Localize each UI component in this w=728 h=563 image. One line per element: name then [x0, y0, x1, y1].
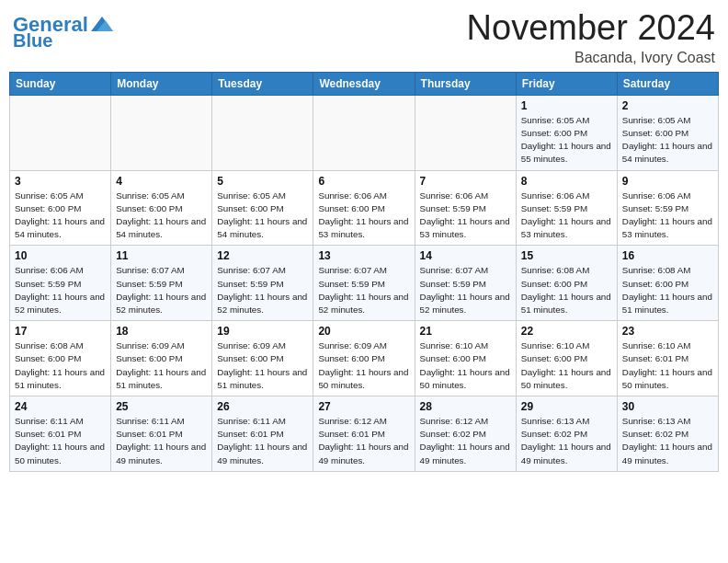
day-cell: 23Sunrise: 6:10 AM Sunset: 6:01 PM Dayli… — [617, 321, 718, 396]
day-cell: 25Sunrise: 6:11 AM Sunset: 6:01 PM Dayli… — [111, 396, 212, 472]
day-info: Sunrise: 6:08 AM Sunset: 6:00 PM Dayligh… — [521, 264, 612, 316]
day-number: 9 — [622, 175, 713, 188]
day-number: 21 — [420, 325, 511, 338]
day-number: 12 — [217, 249, 308, 262]
day-number: 11 — [116, 249, 207, 262]
day-info: Sunrise: 6:10 AM Sunset: 6:00 PM Dayligh… — [521, 339, 612, 392]
col-header-saturday: Saturday — [617, 72, 718, 95]
day-info: Sunrise: 6:05 AM Sunset: 6:00 PM Dayligh… — [217, 190, 308, 242]
day-info: Sunrise: 6:07 AM Sunset: 5:59 PM Dayligh… — [420, 264, 511, 316]
day-cell: 26Sunrise: 6:11 AM Sunset: 6:01 PM Dayli… — [212, 396, 313, 472]
day-number: 30 — [622, 400, 713, 413]
day-cell: 3Sunrise: 6:05 AM Sunset: 6:00 PM Daylig… — [10, 170, 111, 246]
day-number: 27 — [318, 400, 409, 413]
page-header: General Blue November 2024 Bacanda, Ivor… — [9, 9, 719, 66]
day-info: Sunrise: 6:06 AM Sunset: 5:59 PM Dayligh… — [622, 190, 713, 242]
day-cell: 20Sunrise: 6:09 AM Sunset: 6:00 PM Dayli… — [313, 321, 415, 396]
day-cell: 15Sunrise: 6:08 AM Sunset: 6:00 PM Dayli… — [516, 246, 617, 321]
day-number: 26 — [217, 400, 308, 413]
day-cell: 12Sunrise: 6:07 AM Sunset: 5:59 PM Dayli… — [212, 246, 313, 321]
day-cell: 21Sunrise: 6:10 AM Sunset: 6:00 PM Dayli… — [415, 321, 516, 396]
day-number: 23 — [622, 325, 713, 338]
week-row-5: 24Sunrise: 6:11 AM Sunset: 6:01 PM Dayli… — [10, 396, 719, 472]
day-cell: 29Sunrise: 6:13 AM Sunset: 6:02 PM Dayli… — [516, 396, 617, 472]
day-cell: 22Sunrise: 6:10 AM Sunset: 6:00 PM Dayli… — [516, 321, 617, 396]
day-cell: 4Sunrise: 6:05 AM Sunset: 6:00 PM Daylig… — [111, 170, 212, 246]
header-row: SundayMondayTuesdayWednesdayThursdayFrid… — [10, 72, 719, 95]
day-number: 7 — [420, 175, 511, 188]
day-cell: 17Sunrise: 6:08 AM Sunset: 6:00 PM Dayli… — [10, 321, 111, 396]
col-header-friday: Friday — [516, 72, 617, 95]
day-cell — [212, 95, 313, 170]
day-info: Sunrise: 6:06 AM Sunset: 5:59 PM Dayligh… — [521, 190, 612, 242]
day-cell: 11Sunrise: 6:07 AM Sunset: 5:59 PM Dayli… — [111, 246, 212, 321]
day-number: 14 — [420, 249, 511, 262]
calendar-table: SundayMondayTuesdayWednesdayThursdayFrid… — [9, 72, 719, 472]
day-info: Sunrise: 6:06 AM Sunset: 5:59 PM Dayligh… — [15, 264, 106, 316]
day-info: Sunrise: 6:07 AM Sunset: 5:59 PM Dayligh… — [318, 264, 409, 316]
day-number: 15 — [521, 249, 612, 262]
day-cell: 9Sunrise: 6:06 AM Sunset: 5:59 PM Daylig… — [617, 170, 718, 246]
day-info: Sunrise: 6:11 AM Sunset: 6:01 PM Dayligh… — [116, 415, 207, 467]
week-row-1: 1Sunrise: 6:05 AM Sunset: 6:00 PM Daylig… — [10, 95, 719, 170]
day-number: 17 — [15, 325, 106, 338]
day-cell: 6Sunrise: 6:06 AM Sunset: 6:00 PM Daylig… — [313, 170, 415, 246]
day-cell: 18Sunrise: 6:09 AM Sunset: 6:00 PM Dayli… — [111, 321, 212, 396]
col-header-thursday: Thursday — [415, 72, 516, 95]
col-header-tuesday: Tuesday — [212, 72, 313, 95]
day-info: Sunrise: 6:12 AM Sunset: 6:02 PM Dayligh… — [420, 415, 511, 467]
day-number: 8 — [521, 175, 612, 188]
day-info: Sunrise: 6:08 AM Sunset: 6:00 PM Dayligh… — [622, 264, 713, 316]
month-title: November 2024 — [467, 9, 715, 48]
day-number: 19 — [217, 325, 308, 338]
day-number: 25 — [116, 400, 207, 413]
day-number: 1 — [521, 99, 612, 112]
day-info: Sunrise: 6:11 AM Sunset: 6:01 PM Dayligh… — [217, 415, 308, 467]
day-cell — [111, 95, 212, 170]
day-info: Sunrise: 6:05 AM Sunset: 6:00 PM Dayligh… — [15, 190, 106, 242]
day-cell: 27Sunrise: 6:12 AM Sunset: 6:01 PM Dayli… — [313, 396, 415, 472]
day-cell — [313, 95, 415, 170]
day-number: 20 — [318, 325, 409, 338]
day-info: Sunrise: 6:07 AM Sunset: 5:59 PM Dayligh… — [217, 264, 308, 316]
day-number: 4 — [116, 175, 207, 188]
day-cell: 7Sunrise: 6:06 AM Sunset: 5:59 PM Daylig… — [415, 170, 516, 246]
day-cell: 19Sunrise: 6:09 AM Sunset: 6:00 PM Dayli… — [212, 321, 313, 396]
day-info: Sunrise: 6:10 AM Sunset: 6:00 PM Dayligh… — [420, 339, 511, 392]
day-cell: 13Sunrise: 6:07 AM Sunset: 5:59 PM Dayli… — [313, 246, 415, 321]
day-info: Sunrise: 6:09 AM Sunset: 6:00 PM Dayligh… — [116, 339, 207, 392]
day-info: Sunrise: 6:09 AM Sunset: 6:00 PM Dayligh… — [217, 339, 308, 392]
col-header-wednesday: Wednesday — [313, 72, 415, 95]
calendar-body: 1Sunrise: 6:05 AM Sunset: 6:00 PM Daylig… — [10, 95, 719, 471]
calendar-header: SundayMondayTuesdayWednesdayThursdayFrid… — [10, 72, 719, 95]
day-number: 16 — [622, 249, 713, 262]
day-number: 28 — [420, 400, 511, 413]
week-row-2: 3Sunrise: 6:05 AM Sunset: 6:00 PM Daylig… — [10, 170, 719, 246]
day-cell — [415, 95, 516, 170]
day-info: Sunrise: 6:05 AM Sunset: 6:00 PM Dayligh… — [521, 114, 612, 167]
col-header-sunday: Sunday — [10, 72, 111, 95]
day-info: Sunrise: 6:10 AM Sunset: 6:01 PM Dayligh… — [622, 339, 713, 392]
day-number: 3 — [15, 175, 106, 188]
day-cell: 24Sunrise: 6:11 AM Sunset: 6:01 PM Dayli… — [10, 396, 111, 472]
day-cell: 8Sunrise: 6:06 AM Sunset: 5:59 PM Daylig… — [516, 170, 617, 246]
day-number: 10 — [15, 249, 106, 262]
day-info: Sunrise: 6:05 AM Sunset: 6:00 PM Dayligh… — [116, 190, 207, 242]
day-info: Sunrise: 6:09 AM Sunset: 6:00 PM Dayligh… — [318, 339, 409, 392]
day-number: 6 — [318, 175, 409, 188]
logo: General Blue — [13, 15, 115, 50]
day-cell: 16Sunrise: 6:08 AM Sunset: 6:00 PM Dayli… — [617, 246, 718, 321]
day-info: Sunrise: 6:06 AM Sunset: 5:59 PM Dayligh… — [420, 190, 511, 242]
week-row-3: 10Sunrise: 6:06 AM Sunset: 5:59 PM Dayli… — [10, 246, 719, 321]
day-cell: 28Sunrise: 6:12 AM Sunset: 6:02 PM Dayli… — [415, 396, 516, 472]
day-cell: 30Sunrise: 6:13 AM Sunset: 6:02 PM Dayli… — [617, 396, 718, 472]
title-area: November 2024 Bacanda, Ivory Coast — [467, 9, 715, 66]
day-info: Sunrise: 6:05 AM Sunset: 6:00 PM Dayligh… — [622, 114, 713, 167]
day-number: 22 — [521, 325, 612, 338]
day-number: 13 — [318, 249, 409, 262]
day-cell: 1Sunrise: 6:05 AM Sunset: 6:00 PM Daylig… — [516, 95, 617, 170]
day-info: Sunrise: 6:11 AM Sunset: 6:01 PM Dayligh… — [15, 415, 106, 467]
day-info: Sunrise: 6:07 AM Sunset: 5:59 PM Dayligh… — [116, 264, 207, 316]
day-cell: 5Sunrise: 6:05 AM Sunset: 6:00 PM Daylig… — [212, 170, 313, 246]
day-cell: 14Sunrise: 6:07 AM Sunset: 5:59 PM Dayli… — [415, 246, 516, 321]
